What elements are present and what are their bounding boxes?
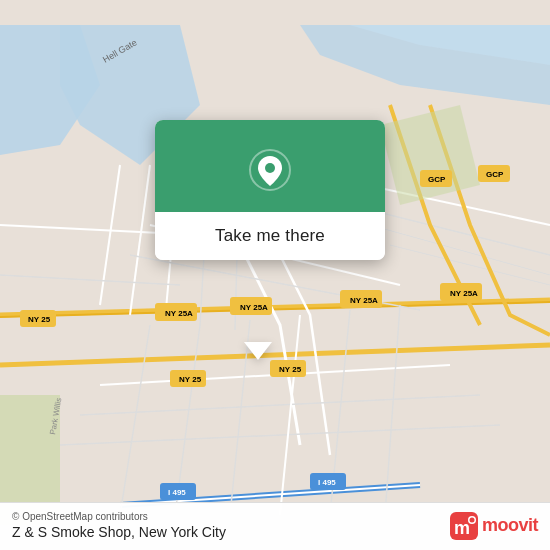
svg-point-51 xyxy=(469,517,474,522)
svg-text:NY 25A: NY 25A xyxy=(450,289,478,298)
map-background: NY 25A NY 25A NY 25A NY 25A NY 25 NY 25 … xyxy=(0,0,550,550)
map-container: NY 25A NY 25A NY 25A NY 25A NY 25 NY 25 … xyxy=(0,0,550,550)
take-me-there-button[interactable]: Take me there xyxy=(155,212,385,260)
moovit-icon: m xyxy=(450,512,478,540)
place-name: Z & S Smoke Shop, New York City xyxy=(12,524,226,540)
svg-text:NY 25: NY 25 xyxy=(179,375,202,384)
popup-green-area xyxy=(155,120,385,212)
svg-text:NY 25A: NY 25A xyxy=(165,309,193,318)
svg-text:I 495: I 495 xyxy=(318,478,336,487)
svg-text:m: m xyxy=(454,518,470,538)
popup-pointer xyxy=(244,342,272,360)
popup-card: Take me there xyxy=(155,120,385,260)
moovit-logo: m moovit xyxy=(450,512,538,540)
location-pin-icon xyxy=(248,148,292,192)
svg-text:I 495: I 495 xyxy=(168,488,186,497)
svg-point-47 xyxy=(265,163,275,173)
svg-text:NY 25A: NY 25A xyxy=(350,296,378,305)
bottom-left: © OpenStreetMap contributors Z & S Smoke… xyxy=(12,511,226,540)
bottom-bar: © OpenStreetMap contributors Z & S Smoke… xyxy=(0,502,550,550)
svg-text:NY 25A: NY 25A xyxy=(240,303,268,312)
svg-text:NY 25: NY 25 xyxy=(279,365,302,374)
svg-text:NY 25: NY 25 xyxy=(28,315,51,324)
moovit-text: moovit xyxy=(482,515,538,536)
attribution-text: © OpenStreetMap contributors xyxy=(12,511,226,522)
svg-text:GCP: GCP xyxy=(486,170,504,179)
svg-text:GCP: GCP xyxy=(428,175,446,184)
